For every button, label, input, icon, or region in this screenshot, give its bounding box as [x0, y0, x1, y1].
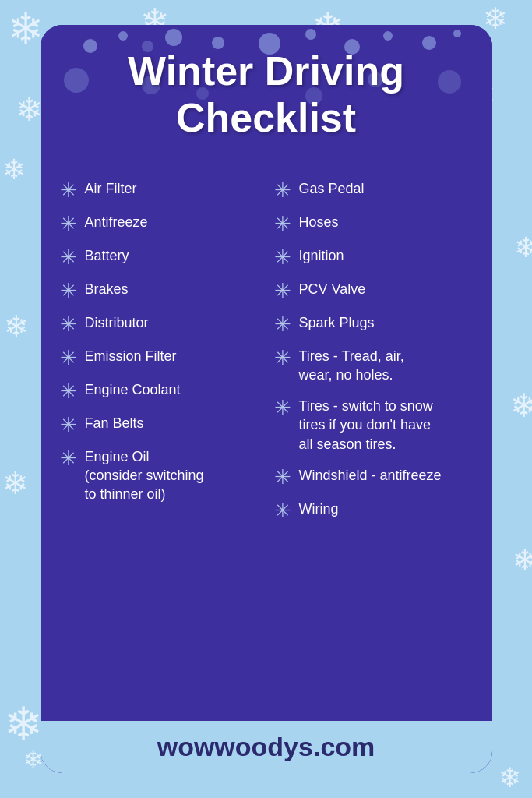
- item-label: Tires - switch to snowtires if you don't…: [299, 397, 433, 454]
- item-label: PCV Valve: [299, 280, 366, 298]
- list-item: ✳ Spark Plugs: [274, 307, 473, 341]
- list-item: ✳ PCV Valve: [274, 274, 473, 307]
- list-item: ✳ Wiring: [274, 493, 473, 527]
- item-label: Hoses: [299, 213, 339, 231]
- list-item: ✳ Distributor: [60, 307, 259, 341]
- snowflake-icon: ✳: [274, 214, 291, 234]
- list-item: ✳ Tires - Tread, air, wear, no holes.: [274, 341, 473, 391]
- snowflake-icon: ✳: [60, 180, 77, 200]
- list-item: ✳ Air Filter: [60, 173, 259, 207]
- item-label: Wiring: [299, 500, 339, 518]
- list-item: ✳ Windshield - antifreeze: [274, 460, 473, 493]
- item-label: Brakes: [85, 280, 129, 298]
- list-item: ✳ Hoses: [274, 207, 473, 240]
- snowflake-icon: ✳: [274, 281, 291, 301]
- website-url: wowwoodys.com: [157, 732, 375, 761]
- item-label: Antifreeze: [85, 213, 148, 231]
- snowflake-icon: ✳: [274, 180, 291, 200]
- snowflake-icon: ✳: [274, 500, 291, 521]
- item-label: Battery: [85, 246, 129, 265]
- list-item: ✳ Brakes: [60, 274, 259, 307]
- snowflake-icon: ✳: [60, 314, 77, 334]
- snowflake-icon: ✳: [60, 281, 77, 301]
- list-item: ✳ Battery: [60, 240, 259, 274]
- list-item: ✳ Ignition: [274, 240, 473, 274]
- snowflake-icon: ✳: [274, 467, 291, 487]
- snowflake-icon: ✳: [60, 415, 77, 435]
- list-item: ✳ Gas Pedal: [274, 173, 473, 207]
- snowflake-icon: ✳: [274, 314, 291, 334]
- snowflake-icon: ✳: [60, 381, 77, 401]
- snowflake-icon: ✳: [60, 348, 77, 368]
- list-item: ✳ Tires - switch to snowtires if you don…: [274, 390, 473, 460]
- item-label: Tires - Tread, air, wear, no holes.: [299, 347, 404, 385]
- snowflake-icon: ✳: [60, 448, 77, 468]
- list-item: ✳ Antifreeze: [60, 207, 259, 240]
- item-label: Ignition: [299, 246, 344, 265]
- list-item: ✳ Engine Oil(consider switchingto thinne…: [60, 441, 259, 510]
- item-label: Gas Pedal: [299, 179, 365, 198]
- item-label: Engine Coolant: [85, 380, 181, 399]
- list-item: ✳ Fan Belts: [60, 408, 259, 441]
- page-title: Winter Driving Checklist: [64, 48, 469, 142]
- item-label: Air Filter: [85, 179, 137, 198]
- right-column: ✳ Gas Pedal ✳ Hoses ✳ Ignition ✳ PCV Val…: [266, 173, 473, 713]
- checklist-content: ✳ Air Filter ✳ Antifreeze ✳ Battery ✳ Br…: [41, 157, 492, 721]
- snowflake-icon: ✳: [274, 247, 291, 267]
- item-label: Distributor: [85, 313, 149, 332]
- list-item: ✳ Emission Filter: [60, 341, 259, 374]
- main-card: Winter Driving Checklist ✳ Air Filter ✳ …: [41, 25, 492, 773]
- item-label: Fan Belts: [85, 414, 144, 433]
- snowflake-icon: ✳: [274, 348, 291, 368]
- item-label: Spark Plugs: [299, 313, 375, 332]
- header-section: Winter Driving Checklist: [41, 25, 492, 157]
- item-label: Windshield - antifreeze: [299, 466, 442, 485]
- item-label: Engine Oil(consider switchingto thinner …: [85, 447, 204, 504]
- item-label: Emission Filter: [85, 347, 177, 365]
- snowflake-icon: ✳: [274, 397, 291, 418]
- left-column: ✳ Air Filter ✳ Antifreeze ✳ Battery ✳ Br…: [60, 173, 266, 713]
- footer: wowwoodys.com: [41, 721, 492, 773]
- snowflake-icon: ✳: [60, 214, 77, 234]
- snowflake-icon: ✳: [60, 247, 77, 267]
- list-item: ✳ Engine Coolant: [60, 374, 259, 408]
